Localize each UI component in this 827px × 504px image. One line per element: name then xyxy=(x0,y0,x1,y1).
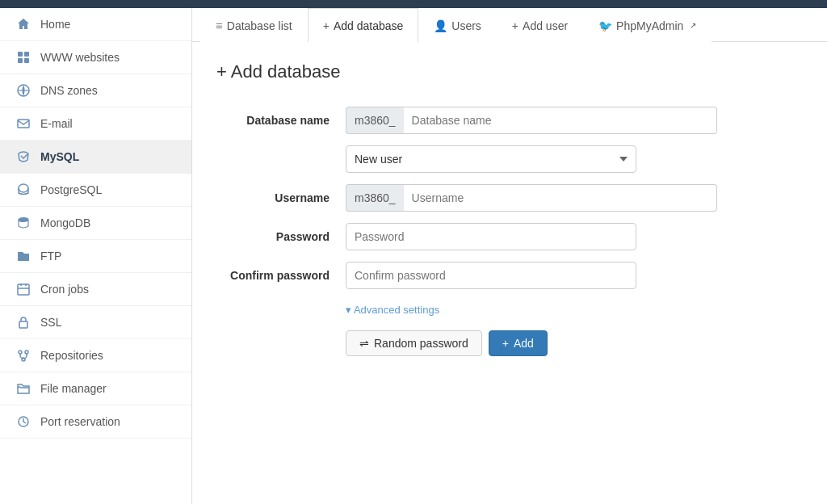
password-input[interactable] xyxy=(346,223,636,250)
random-password-button[interactable]: ⇌ Random password xyxy=(346,330,482,356)
cron-icon xyxy=(15,283,32,296)
sidebar-item-mongodb[interactable]: MongoDB xyxy=(0,207,191,240)
tab-phpmyadmin[interactable]: 🐦PhpMyAdmin↗ xyxy=(583,8,712,42)
sidebar-item-mysql[interactable]: MySQL xyxy=(0,141,191,174)
password-label: Password xyxy=(216,230,346,243)
sidebar: Home WWW websites DNS zones E-mail MySQL… xyxy=(0,8,192,504)
tab-label-adddatabase: Add database xyxy=(334,19,403,32)
sidebar-label-ssl: SSL xyxy=(40,316,61,329)
sidebar-item-dns[interactable]: DNS zones xyxy=(0,74,191,107)
main-layout: Home WWW websites DNS zones E-mail MySQL… xyxy=(0,8,827,504)
db-name-group: m3860_ xyxy=(346,107,717,134)
svg-rect-3 xyxy=(24,58,29,63)
sidebar-item-portreservation[interactable]: Port reservation xyxy=(0,405,191,439)
svg-rect-2 xyxy=(18,58,23,63)
mongodb-icon xyxy=(15,216,32,229)
tab-label-adduser: Add user xyxy=(523,19,568,32)
sidebar-label-mongodb: MongoDB xyxy=(40,216,90,229)
random-password-label: Random password xyxy=(374,337,468,350)
user-type-select[interactable]: New userExisting user xyxy=(346,145,636,173)
add-db-icon: + xyxy=(323,19,330,32)
confirm-password-input[interactable] xyxy=(346,262,636,289)
sidebar-item-email[interactable]: E-mail xyxy=(0,107,191,141)
user-type-group: New userExisting user xyxy=(346,145,717,173)
sidebar-label-mysql: MySQL xyxy=(40,150,79,163)
username-label: Username xyxy=(216,191,346,204)
ssl-icon xyxy=(15,316,32,329)
sidebar-label-repositories: Repositories xyxy=(40,349,103,362)
username-input[interactable] xyxy=(404,184,717,212)
tab-dblist[interactable]: ≡Database list xyxy=(200,8,308,42)
filemanager-icon xyxy=(15,382,32,395)
db-name-label: Database name xyxy=(216,114,346,127)
sidebar-label-home: Home xyxy=(40,18,70,31)
phpmyadmin-icon: 🐦 xyxy=(598,19,612,32)
svg-point-19 xyxy=(25,351,28,354)
top-bar xyxy=(0,0,827,8)
password-row: Password xyxy=(216,223,717,250)
sidebar-item-www[interactable]: WWW websites xyxy=(0,41,191,74)
tab-adddatabase[interactable]: +Add database xyxy=(308,8,419,42)
add-button[interactable]: + Add xyxy=(489,330,548,356)
sidebar-item-filemanager[interactable]: File manager xyxy=(0,372,191,405)
add-user-icon: + xyxy=(512,19,518,32)
www-icon xyxy=(15,51,32,64)
username-group: m3860_ xyxy=(346,184,717,212)
db-prefix: m3860_ xyxy=(346,107,404,134)
svg-rect-1 xyxy=(24,52,29,57)
sidebar-item-repositories[interactable]: Repositories xyxy=(0,339,191,372)
db-name-input[interactable] xyxy=(404,107,717,134)
sidebar-item-ftp[interactable]: FTP xyxy=(0,240,191,273)
page-title-text: + Add database xyxy=(216,61,341,82)
home-icon xyxy=(15,18,32,31)
sidebar-label-cron: Cron jobs xyxy=(40,283,89,296)
page-content: + Add database Database name m3860_ New xyxy=(192,42,827,504)
mysql-icon xyxy=(15,150,32,163)
email-icon xyxy=(15,117,32,130)
sidebar-label-postgresql: PostgreSQL xyxy=(40,183,102,196)
add-label: Add xyxy=(514,337,534,350)
sidebar-item-postgresql[interactable]: PostgreSQL xyxy=(0,174,191,207)
tab-label-users: Users xyxy=(451,19,481,32)
password-group xyxy=(346,223,717,250)
portreservation-icon xyxy=(15,415,32,428)
random-password-icon: ⇌ xyxy=(359,337,369,350)
postgresql-icon xyxy=(15,183,32,196)
confirm-password-label: Confirm password xyxy=(216,269,346,282)
svg-rect-10 xyxy=(18,284,29,295)
tabs-bar: ≡Database list+Add database👤Users+Add us… xyxy=(192,8,827,42)
svg-point-7 xyxy=(19,184,28,192)
sidebar-item-home[interactable]: Home xyxy=(0,8,191,41)
add-icon: + xyxy=(502,337,509,350)
tab-label-phpmyadmin: PhpMyAdmin xyxy=(616,19,683,32)
advanced-settings-toggle[interactable]: ▾ Advanced settings xyxy=(346,300,717,319)
sidebar-label-email: E-mail xyxy=(40,117,73,130)
confirm-password-group xyxy=(346,262,717,289)
sidebar-label-portreservation: Port reservation xyxy=(40,415,120,428)
external-link-icon: ↗ xyxy=(690,21,696,30)
add-database-form: Database name m3860_ New userExisting us… xyxy=(216,107,717,356)
db-name-row: Database name m3860_ xyxy=(216,107,717,134)
content-area: ≡Database list+Add database👤Users+Add us… xyxy=(192,8,827,504)
svg-rect-6 xyxy=(18,120,29,128)
username-prefix: m3860_ xyxy=(346,184,404,212)
list-icon: ≡ xyxy=(216,19,223,32)
svg-rect-0 xyxy=(18,52,23,57)
ftp-icon xyxy=(15,250,32,262)
sidebar-label-dns: DNS zones xyxy=(40,84,98,97)
dns-icon xyxy=(15,84,32,97)
users-icon: 👤 xyxy=(434,19,447,32)
repositories-icon xyxy=(15,349,32,362)
user-type-row: New userExisting user xyxy=(216,145,717,173)
sidebar-item-cron[interactable]: Cron jobs xyxy=(0,273,191,306)
svg-rect-17 xyxy=(19,321,27,328)
tab-users[interactable]: 👤Users xyxy=(418,8,497,42)
confirm-password-row: Confirm password xyxy=(216,262,717,289)
username-row: Username m3860_ xyxy=(216,184,717,212)
tab-label-dblist: Database list xyxy=(227,19,292,32)
sidebar-label-www: WWW websites xyxy=(40,51,120,64)
sidebar-item-ssl[interactable]: SSL xyxy=(0,306,191,339)
form-buttons: ⇌ Random password + Add xyxy=(346,330,717,356)
tab-adduser[interactable]: +Add user xyxy=(497,8,583,42)
sidebar-label-ftp: FTP xyxy=(40,250,61,262)
